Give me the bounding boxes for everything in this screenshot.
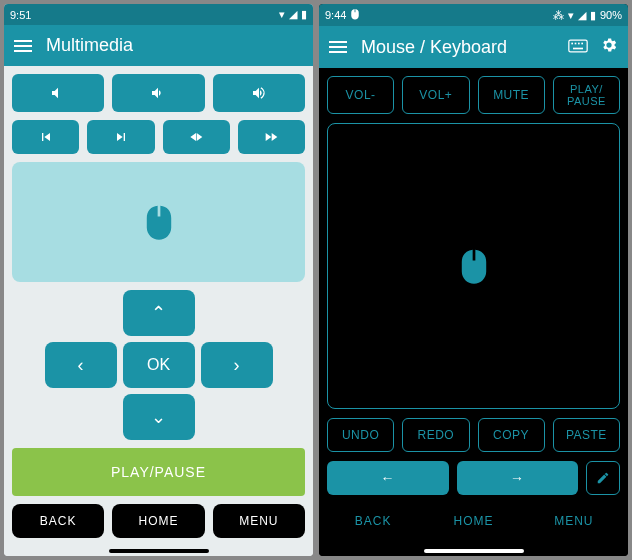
battery-icon: ▮ [301,8,307,21]
dpad-ok-button[interactable]: OK [123,342,195,388]
dpad-down-button[interactable]: ⌄ [123,394,195,440]
status-time: 9:51 [10,9,31,21]
system-nav-left [4,546,313,556]
home-button[interactable]: HOME [112,504,204,538]
vol-minus-button[interactable]: VOL- [327,76,394,114]
volume-down-button[interactable] [112,74,204,112]
menu-icon[interactable] [14,40,32,52]
vol-plus-button[interactable]: VOL+ [402,76,469,114]
battery-text: 90% [600,9,622,21]
page-title: Multimedia [46,35,133,56]
edit-button[interactable] [586,461,620,495]
status-time: 9:44 [325,9,346,21]
svg-rect-4 [581,42,583,44]
svg-rect-1 [571,42,573,44]
volume-up-button[interactable] [213,74,305,112]
mouse-status-icon [350,8,360,22]
home-button[interactable]: HOME [427,504,519,538]
arrow-left-button[interactable]: ← [327,461,449,495]
wifi-icon: ▾ [568,9,574,22]
menu-button[interactable]: MENU [213,504,305,538]
phone-left: 9:51 ▾ ◢ ▮ Multimedia [4,4,313,556]
svg-rect-3 [578,42,580,44]
appbar-right: Mouse / Keyboard [319,26,628,68]
dpad-left-button[interactable]: ‹ [45,342,117,388]
copy-button[interactable]: COPY [478,418,545,452]
arrow-right-button[interactable]: → [457,461,579,495]
bluetooth-icon: ⁂ [553,9,564,22]
appbar-left: Multimedia [4,25,313,66]
signal-icon: ◢ [578,9,586,22]
keyboard-icon[interactable] [568,37,588,58]
skip-next-button[interactable] [87,120,154,154]
svg-rect-2 [575,42,577,44]
menu-button[interactable]: MENU [528,504,620,538]
page-title: Mouse / Keyboard [361,37,507,58]
svg-rect-5 [573,47,583,49]
mouse-icon [457,247,491,285]
play-pause-button[interactable]: PLAY/PAUSE [12,448,305,496]
volume-mute-button[interactable] [12,74,104,112]
redo-button[interactable]: REDO [402,418,469,452]
back-button[interactable]: BACK [327,504,419,538]
touchpad-area[interactable] [327,123,620,409]
mouse-icon [142,203,176,241]
back-button[interactable]: BACK [12,504,104,538]
menu-icon[interactable] [329,41,347,53]
skip-previous-button[interactable] [12,120,79,154]
system-nav-right [319,546,628,556]
dpad-right-button[interactable]: › [201,342,273,388]
statusbar-left: 9:51 ▾ ◢ ▮ [4,4,313,25]
undo-button[interactable]: UNDO [327,418,394,452]
paste-button[interactable]: PASTE [553,418,620,452]
statusbar-right: 9:44 ⁂ ▾ ◢ ▮ 90% [319,4,628,26]
dpad: ⌃ ‹ OK › ⌄ [12,290,305,440]
gear-icon[interactable] [600,36,618,59]
fast-forward-button[interactable] [238,120,305,154]
svg-rect-0 [569,40,587,52]
phone-right: 9:44 ⁂ ▾ ◢ ▮ 90% Mouse / Keyboard VOL- V… [319,4,628,556]
play-pause-button[interactable]: PLAY/ PAUSE [553,76,620,114]
battery-icon: ▮ [590,9,596,22]
signal-icon: ◢ [289,8,297,21]
rewind-button[interactable] [163,120,230,154]
mute-button[interactable]: MUTE [478,76,545,114]
wifi-icon: ▾ [279,8,285,21]
touchpad-area[interactable] [12,162,305,282]
dpad-up-button[interactable]: ⌃ [123,290,195,336]
